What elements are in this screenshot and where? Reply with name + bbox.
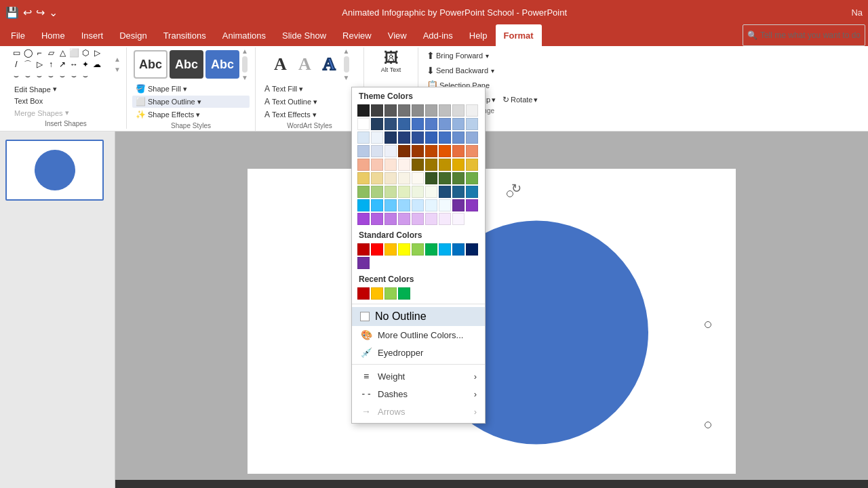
send-backward-button[interactable]: ⬇ Send Backward ▾ — [424, 64, 540, 77]
theme-color-swatch[interactable] — [412, 199, 424, 211]
shape-icon-11[interactable]: ▷ — [34, 59, 45, 70]
theme-color-swatch[interactable] — [439, 159, 451, 171]
theme-color-swatch[interactable] — [357, 159, 370, 171]
theme-color-swatch[interactable] — [466, 172, 478, 184]
theme-color-swatch[interactable] — [398, 104, 410, 117]
text-outline-button[interactable]: A Text Outline ▾ — [261, 96, 358, 108]
theme-color-swatch[interactable] — [412, 159, 424, 171]
theme-color-swatch[interactable] — [384, 159, 397, 171]
theme-color-swatch[interactable] — [384, 199, 397, 211]
shape-icon-15[interactable]: ✦ — [80, 59, 91, 70]
shape-icon-1[interactable]: ▭ — [11, 47, 22, 58]
menu-help[interactable]: Help — [461, 24, 496, 46]
menu-format[interactable]: Format — [496, 24, 542, 46]
theme-color-swatch[interactable] — [452, 104, 465, 117]
shape-icon-19[interactable]: ⌣ — [34, 70, 45, 81]
shape-effects-button[interactable]: ✨ Shape Effects ▾ — [132, 108, 250, 121]
shape-style-btn-3[interactable]: Abc — [205, 50, 239, 79]
theme-color-swatch[interactable] — [439, 118, 451, 130]
theme-color-swatch[interactable] — [466, 186, 478, 198]
theme-color-swatch[interactable] — [425, 104, 437, 117]
theme-color-swatch[interactable] — [384, 118, 397, 130]
wordart-btn-2[interactable]: A — [294, 54, 316, 75]
shape-icon-16[interactable]: ☁ — [92, 59, 102, 70]
theme-color-swatch[interactable] — [425, 199, 437, 211]
theme-color-swatch[interactable] — [412, 118, 424, 130]
shape-outline-button[interactable]: ⬜ Shape Outline ▾ — [132, 96, 250, 108]
rotate-handle[interactable]: ↻ — [511, 181, 521, 196]
theme-color-swatch[interactable] — [425, 186, 437, 198]
theme-color-swatch[interactable] — [398, 159, 410, 171]
theme-color-swatch[interactable] — [398, 199, 410, 211]
recent-color-swatch[interactable] — [384, 287, 397, 300]
theme-color-swatch[interactable] — [452, 131, 465, 144]
theme-color-swatch[interactable] — [357, 104, 370, 117]
theme-color-swatch[interactable] — [412, 131, 424, 144]
theme-color-swatch[interactable] — [439, 213, 451, 225]
standard-color-swatch[interactable] — [439, 243, 451, 256]
shape-icon-23[interactable]: ⌣ — [80, 70, 91, 81]
theme-color-swatch[interactable] — [371, 145, 383, 157]
theme-color-swatch[interactable] — [384, 104, 397, 117]
standard-color-swatch[interactable] — [357, 257, 370, 269]
standard-color-swatch[interactable] — [466, 243, 478, 256]
standard-color-swatch[interactable] — [384, 243, 397, 256]
theme-color-swatch[interactable] — [357, 131, 370, 144]
theme-color-swatch[interactable] — [398, 118, 410, 130]
theme-color-swatch[interactable] — [439, 104, 451, 117]
shape-style-btn-1[interactable]: Abc — [134, 50, 167, 79]
theme-color-swatch[interactable] — [452, 186, 465, 198]
shape-icon-10[interactable]: ⌒ — [22, 59, 33, 70]
theme-color-swatch[interactable] — [371, 159, 383, 171]
shape-icon-17[interactable]: ⌣ — [11, 70, 22, 81]
standard-color-swatch[interactable] — [412, 243, 424, 256]
theme-color-swatch[interactable] — [425, 118, 437, 130]
shape-icon-12[interactable]: ↑ — [45, 59, 56, 70]
theme-color-swatch[interactable] — [357, 145, 370, 157]
theme-color-swatch[interactable] — [384, 131, 397, 144]
theme-color-swatch[interactable] — [425, 172, 437, 184]
theme-color-swatch[interactable] — [398, 131, 410, 144]
menu-transitions[interactable]: Transitions — [155, 24, 214, 46]
redo-icon[interactable]: ↪ — [36, 6, 45, 19]
theme-color-swatch[interactable] — [371, 131, 383, 144]
theme-color-swatch[interactable] — [412, 145, 424, 157]
no-outline-item[interactable]: No Outline — [352, 307, 485, 326]
title-bar-controls[interactable]: 💾 ↩ ↪ ⌄ — [5, 6, 58, 19]
shape-icon-9[interactable]: / — [11, 59, 22, 70]
recent-color-swatch[interactable] — [398, 287, 410, 300]
text-box-button[interactable]: Text Box — [11, 96, 46, 106]
theme-color-swatch[interactable] — [412, 213, 424, 225]
theme-color-swatch[interactable] — [357, 199, 370, 211]
shape-icon-13[interactable]: ↗ — [57, 59, 68, 70]
theme-color-swatch[interactable] — [466, 145, 478, 157]
theme-color-swatch[interactable] — [398, 145, 410, 157]
theme-color-swatch[interactable] — [412, 186, 424, 198]
undo-icon[interactable]: ↩ — [23, 6, 32, 19]
wordart-btn-3[interactable]: A — [319, 54, 340, 75]
theme-color-swatch[interactable] — [398, 213, 410, 225]
theme-color-swatch[interactable] — [425, 145, 437, 157]
shape-icon-14[interactable]: ↔ — [68, 59, 79, 70]
weight-item[interactable]: ≡ Weight › — [352, 367, 485, 385]
standard-color-swatch[interactable] — [425, 243, 437, 256]
more-outline-colors-item[interactable]: 🎨 More Outline Colors... — [352, 326, 485, 344]
save-icon[interactable]: 💾 — [5, 6, 19, 19]
menu-view[interactable]: View — [380, 24, 415, 46]
theme-color-swatch[interactable] — [466, 131, 478, 144]
shape-styles-scrollbar[interactable]: ▲▼ — [241, 47, 248, 81]
shape-icon-4[interactable]: ▱ — [45, 47, 56, 58]
shape-fill-button[interactable]: 🪣 Shape Fill ▾ — [132, 83, 250, 95]
recent-color-swatch[interactable] — [357, 287, 370, 300]
shape-icon-6[interactable]: ⬜ — [68, 47, 79, 58]
menu-home[interactable]: Home — [33, 24, 73, 46]
theme-color-swatch[interactable] — [371, 118, 383, 130]
theme-color-swatch[interactable] — [398, 186, 410, 198]
standard-color-swatch[interactable] — [398, 243, 410, 256]
shape-icon-22[interactable]: ⌣ — [68, 70, 79, 81]
theme-color-swatch[interactable] — [466, 118, 478, 130]
edit-shape-button[interactable]: Edit Shape ▾ — [11, 83, 60, 95]
theme-color-swatch[interactable] — [452, 145, 465, 157]
theme-color-swatch[interactable] — [357, 186, 370, 198]
rotate-button[interactable]: ↻ Rotate▾ — [500, 94, 540, 106]
